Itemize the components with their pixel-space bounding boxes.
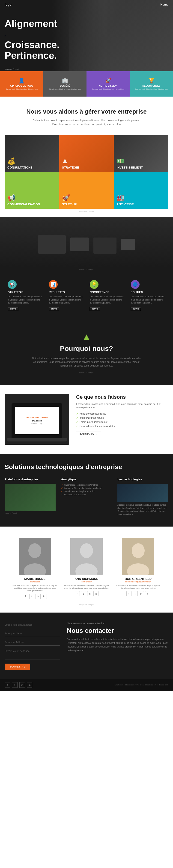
check-icon: ✓	[76, 425, 78, 428]
resultats-fc-icon: 📊	[49, 280, 58, 289]
tech-section: Solutions technologiques d'entreprise Pl…	[0, 454, 173, 527]
footer-instagram-icon[interactable]: in	[27, 682, 32, 688]
service-commercialisation[interactable]: 📢 COMMERCIALISATION	[5, 172, 59, 209]
linkedin-icon[interactable]: in	[35, 594, 41, 599]
contact-title: Nous contacter	[67, 627, 168, 634]
commercialisation-label: COMMERCIALISATION	[7, 203, 56, 206]
anticrise-label: ANTI-CRISE	[117, 203, 166, 206]
name-field[interactable]	[5, 630, 60, 637]
arrow-icon: →	[95, 433, 98, 436]
footer-copyright: sample text : Click to select this area.…	[114, 684, 168, 686]
soutien-fc-text: Duis aute irure dolor in reprehenderit i…	[131, 295, 165, 305]
facebook-icon[interactable]: f	[126, 591, 131, 596]
strategie-suite-link[interactable]: SUITE	[8, 307, 18, 311]
team-member-ann: ANN RICHMOND chef créatif Duis aute irur…	[64, 538, 109, 599]
service-strategie[interactable]: ♟ STRATÉGIE	[59, 135, 114, 172]
laptop-screen: CREATIVE / LOGO / DESIGN DESIGN Creative…	[15, 407, 59, 434]
hero-section: logo Home Alignement . Croissance. Perti…	[0, 0, 173, 97]
footer-twitter-icon[interactable]: t	[12, 682, 18, 688]
resultats-suite-link[interactable]: SUITE	[49, 307, 59, 311]
logo: logo	[5, 3, 11, 6]
footer-facebook-icon[interactable]: f	[5, 682, 10, 688]
hero-card-recompenses[interactable]: 🏆 RÉCOMPENSES Sample text: Click to sele…	[130, 71, 173, 97]
tech-checklist: ✓ Rationalisez les processus d'analyse ✓…	[61, 484, 112, 496]
service-img-label: Images de Freepik	[0, 210, 173, 212]
contact-form: SOUMETTRE	[5, 622, 60, 670]
address-field[interactable]	[5, 639, 60, 646]
facebook-icon[interactable]: f	[23, 594, 28, 599]
svg-point-7	[132, 543, 145, 558]
team-member-marie: MARIE BRUNE chef créatif Duis aute irure…	[12, 538, 58, 599]
service-consultations[interactable]: 💰 CONSULTATIONS	[5, 135, 59, 172]
competence-fc-text: Duis aute irure dolor in reprehenderit i…	[90, 295, 124, 305]
twitter-icon[interactable]: t	[133, 591, 138, 596]
resultats-fc-title: RÉSULTATS	[49, 291, 83, 294]
team-section: MARIE BRUNE chef créatif Duis aute irure…	[0, 527, 173, 613]
tech-technologies-title: Les technologies	[117, 477, 168, 481]
linkedin-icon[interactable]: in	[87, 591, 92, 596]
tech-analytique-title: Analytique	[61, 477, 112, 481]
message-field[interactable]	[5, 648, 60, 659]
tech-col-analytique: Analytique ✓ Rationalisez les processus …	[61, 477, 112, 517]
tech-platform-img-label: Image de Freepik	[5, 512, 56, 514]
facebook-icon[interactable]: f	[75, 591, 80, 596]
service-grid: 💰 CONSULTATIONS ♟ STRATÉGIE 💵 INVESTISSE…	[5, 135, 168, 209]
competence-suite-link[interactable]: SUITE	[90, 307, 100, 311]
strategie-fc-title: STRATÉGIE	[8, 291, 43, 294]
check-icon: ✓	[76, 412, 78, 415]
svg-point-4	[80, 543, 93, 558]
twitter-icon[interactable]: t	[81, 591, 86, 596]
startup-label: START-UP	[62, 203, 111, 206]
submit-button[interactable]: SOUMETTRE	[5, 663, 30, 670]
list-item: ✓ Nunc laoreet suspendisse	[76, 412, 168, 415]
hero-card-apropos[interactable]: 👤 A PROPOS DE NOUS Simple text: Click to…	[0, 71, 43, 97]
team-role-marie: chef créatif	[12, 581, 58, 583]
hero-text: Alignement . Croissance. Pertinence.	[5, 19, 59, 61]
tech-platform-image	[5, 484, 56, 512]
email-field[interactable]	[5, 622, 60, 628]
check-icon: ✓	[76, 421, 78, 424]
laptop-shape: CREATIVE / LOGO / DESIGN DESIGN Creative…	[11, 403, 62, 438]
consultations-icon: 💰	[7, 157, 56, 165]
investissement-icon: 💵	[117, 157, 166, 165]
recompenses-icon: 🏆	[148, 78, 154, 84]
nav-home[interactable]: Home	[160, 3, 168, 6]
tech-col-technologies: Les technologies Accéder à de plus appli…	[117, 477, 168, 517]
footer-linkedin-icon[interactable]: in	[19, 682, 25, 688]
footer-social: f t in in	[5, 682, 32, 688]
features-bg-photo	[0, 217, 173, 268]
feature-resultats: 📊 RÉSULTATS Duis aute irure dolor in rep…	[46, 278, 87, 313]
service-investissement[interactable]: 💵 INVESTISSEMENT	[114, 135, 168, 172]
mission-title: NOTRE MISSION	[99, 85, 117, 87]
feature-competence: 💡 COMPÉTENCE Duis aute irure dolor in re…	[86, 278, 128, 313]
soutien-fc-icon: 🔵	[131, 280, 140, 289]
hero-card-societe[interactable]: 🏢 SOCIÉTÉ Simple text: Click to select t…	[43, 71, 87, 97]
team-social-marie: f t in in	[12, 594, 58, 599]
team-social-ann: f t in in	[64, 591, 109, 596]
instagram-icon[interactable]: in	[42, 594, 47, 599]
whatwedo-checklist: ✓ Nunc laoreet suspendisse ✓ Interdum cu…	[76, 412, 168, 428]
team-desc-marie: Duis aute irure dolor in reprehenderit s…	[12, 584, 58, 592]
apropos-title: A PROPOS DE NOUS	[10, 85, 33, 87]
twitter-icon[interactable]: t	[29, 594, 34, 599]
linkedin-icon[interactable]: in	[145, 591, 150, 596]
tech-tech-image	[117, 484, 168, 502]
portfolio-button[interactable]: PORTFOLIO →	[76, 432, 101, 437]
service-anticrise[interactable]: 🏭 ANTI-CRISE	[114, 172, 168, 209]
laptop-tag: CREATIVE / LOGO / DESIGN	[26, 416, 48, 418]
competence-fc-title: COMPÉTENCE	[90, 291, 124, 294]
recompenses-sub: Sample text: Click to select this text b…	[135, 88, 168, 90]
team-photo-inner	[70, 538, 103, 575]
why-title: Pourquoi nous?	[5, 345, 168, 352]
societe-icon: 🏢	[62, 78, 68, 84]
contact-text: Duis aute irure dolor in reprehenderit i…	[67, 638, 168, 652]
list-item: ✓ Intégrer le BI et la planification pro…	[61, 487, 112, 489]
strategie-label: STRATÉGIE	[62, 166, 111, 169]
instagram-icon[interactable]: in	[139, 591, 144, 596]
hero-card-mission[interactable]: 🚀 NOTRE MISSION Sample text: Click to se…	[86, 71, 130, 97]
service-startup[interactable]: 🚀 START-UP	[59, 172, 114, 209]
instagram-icon[interactable]: in	[93, 591, 98, 596]
contact-subtitle: Nous serons ravis de vous entendre!	[67, 622, 168, 625]
soutien-suite-link[interactable]: SUITE	[131, 307, 141, 311]
whatwedo-intro: Éprenez diam in ante cursus euismod. Sed…	[76, 402, 168, 409]
